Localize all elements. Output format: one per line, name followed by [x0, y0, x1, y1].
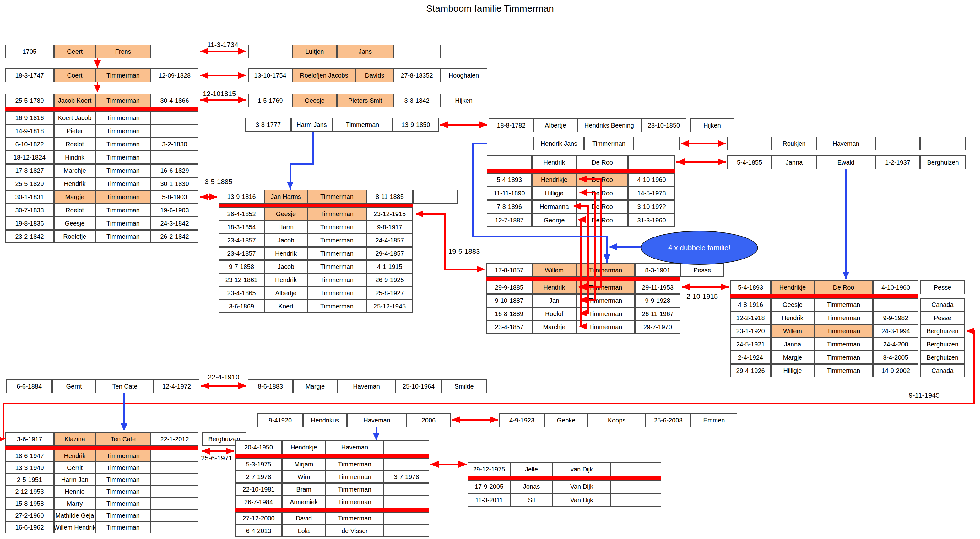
table-row: 14-9-1818PieterTimmerman — [5, 124, 199, 137]
table-row: RoukjenHaveman — [727, 137, 966, 150]
table-cell: 13-9-1816 — [218, 190, 264, 204]
table-cell: 16-8-1889 — [486, 307, 532, 321]
table-cell: 13-9-1850 — [393, 118, 439, 132]
generation-divider-bar — [5, 446, 199, 450]
table-cell: Berghuizen — [920, 155, 966, 169]
note-ellipse: 4 x dubbele familie! — [641, 231, 758, 265]
table-cell: 5-4-1893 — [730, 281, 771, 294]
table-cell: Timmerman — [95, 498, 151, 509]
table-cell: Hendrikus — [303, 413, 347, 427]
table-cell: 25-10-1964 — [396, 380, 441, 393]
table-cell: Marry — [54, 498, 95, 509]
table-cell: 23-12-1915 — [366, 207, 413, 220]
table-cell: Jacob — [264, 234, 307, 247]
table-cell: Willem — [771, 324, 814, 338]
arrow-head-icon — [579, 297, 587, 303]
arrow-head-icon — [440, 121, 448, 128]
table-cell — [384, 440, 429, 454]
table-cell: Timmerman — [326, 470, 384, 483]
table-cell: 7-8-1896 — [487, 200, 532, 214]
table-cell: Timmerman — [814, 338, 873, 351]
table-cell: George — [532, 214, 576, 227]
table-cell — [151, 151, 199, 164]
table-cell — [611, 480, 661, 493]
table-cell: 25-8-1927 — [366, 287, 413, 300]
table-cell: Timmerman — [576, 263, 635, 277]
connector-line — [594, 192, 596, 301]
table-row: 6-6-1884GerritTen Cate12-4-1972 — [6, 380, 199, 393]
table-row: 23-12-1861HendrikTimmerman26-9-1925 — [218, 273, 413, 287]
table-row: 13-10-1754Roelofjen JacobsDavids27-8-183… — [248, 69, 487, 82]
table-cell: 18-6-1947 — [5, 450, 54, 462]
table-row: 2-5-1951Harm JanTimmerman — [5, 474, 199, 486]
table-cell: Emmen — [691, 413, 737, 427]
table-cell: 2006 — [407, 413, 450, 427]
table-row: 17-9-2005JonasVan Dijk — [468, 480, 661, 493]
table-row: 4-9-1923GepkeKoops25-6-2008Emmen — [499, 413, 737, 427]
generation-divider-bar — [235, 454, 429, 458]
table-cell: Jelle — [510, 462, 553, 476]
table-cell: Coert — [54, 69, 95, 82]
table-cell: 23-2-1842 — [5, 230, 54, 243]
table-cell — [151, 509, 199, 521]
table-cell: Timmerman — [814, 311, 873, 324]
table-cell: Hendrikje — [282, 440, 326, 454]
table-cell: Harm Jans — [291, 118, 332, 132]
connector-line — [472, 143, 487, 145]
table-cell: Sil — [510, 493, 553, 507]
table-cell: Timmerman — [95, 151, 151, 164]
table-cell: Timmerman — [95, 94, 151, 107]
table-cell: Timmerman — [307, 234, 366, 247]
table-cell: van Dijk — [553, 462, 611, 476]
arrow-head-icon — [287, 182, 294, 189]
table-cell: 17-9-2005 — [468, 480, 510, 493]
table-row: 26-7-1984AnnemiekTimmerman — [235, 496, 429, 508]
table-cell — [487, 137, 534, 150]
table-row: 1705GeertFrens — [5, 45, 199, 58]
table-cell — [875, 137, 920, 150]
table-cell: Davids — [356, 69, 393, 82]
table-cell: 13-10-1754 — [248, 69, 292, 82]
table-cell: Willem Hendrik — [54, 521, 95, 533]
table-row: 6-10-1822RoelofTimmerman3-2-1830 — [5, 137, 199, 151]
table-row: 9-7-1858JacobTimmerman4-1-1915 — [218, 260, 413, 273]
table-row: 16-9-1816Koert JacobTimmerman — [5, 111, 199, 124]
table-cell: Roukjen — [772, 137, 816, 150]
table-cell: 29-7-1970 — [635, 321, 681, 333]
table-row: 26-4-1852GeesjeTimmerman23-12-1915 — [218, 207, 413, 220]
table-cell: 24-3-1994 — [873, 324, 918, 338]
table-cell: 26-11-1967 — [635, 307, 681, 321]
table-cell: 16-6-1829 — [151, 164, 199, 177]
connector-line — [472, 236, 608, 238]
table-cell: Gerrit — [54, 462, 95, 474]
table-cell: 25-12-1945 — [366, 300, 413, 313]
table-cell: Hooghalen — [440, 69, 487, 82]
arrow-head-icon — [721, 283, 729, 290]
connector-line — [845, 169, 847, 279]
table-cell: Harm Jan — [54, 474, 95, 486]
table-row: Pesse — [920, 281, 965, 294]
table-cell — [440, 45, 487, 58]
arrow-head-icon — [0, 436, 5, 443]
table-row: 19-8-1836GeesjeTimmerman24-3-1842 — [5, 217, 199, 230]
table-cell: 4-1-1915 — [366, 260, 413, 273]
table-row: 2-7-1978WimTimmerman3-7-1978 — [235, 470, 429, 483]
table-cell: Timmerman — [307, 287, 366, 300]
arrow-head-icon — [200, 72, 208, 79]
table-cell: 12-2-1918 — [730, 311, 771, 324]
table-cell: Roelof — [54, 137, 95, 151]
table-row: 3-6-1917KlazinaTen Cate22-1-2012 — [5, 432, 199, 446]
generation-divider-bar — [5, 107, 199, 111]
table-cell: Hermanna — [532, 200, 576, 214]
table-cell: 8-11-1885 — [366, 190, 413, 204]
table-row: 18-3-1747CoertTimmerman12-09-1828 — [5, 69, 199, 82]
table-cell — [920, 137, 966, 150]
table-row: 17-8-1857WillemTimmerman8-3-1901 — [486, 263, 681, 277]
table-cell: Timmerman — [95, 521, 151, 533]
table-cell: Annemiek — [282, 496, 326, 508]
arrow-head-icon — [238, 96, 246, 103]
date-label: 3-5-1885 — [205, 178, 232, 186]
table-row: 3-6-1869KoertTimmerman25-12-1945 — [218, 300, 413, 313]
arrow-head-icon — [579, 323, 587, 330]
table-cell: 26-2-1842 — [151, 230, 199, 243]
